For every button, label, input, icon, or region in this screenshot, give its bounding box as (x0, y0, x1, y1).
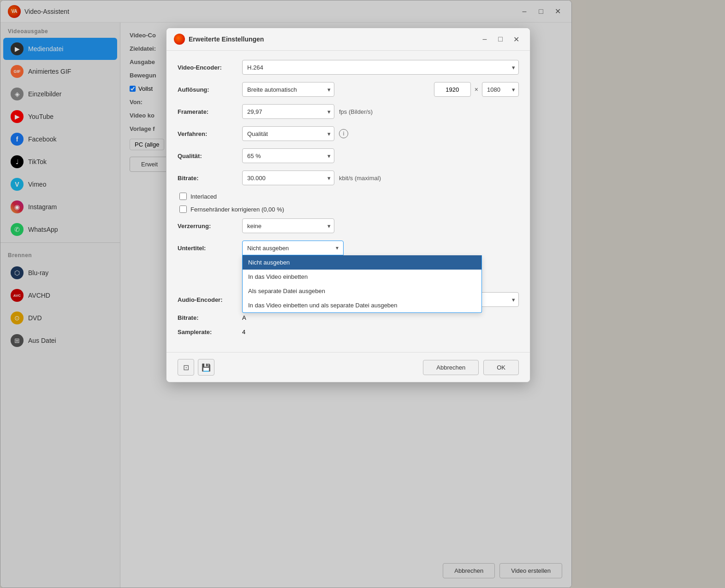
verzerrung-label: Verzerrung: (178, 223, 242, 229)
verzerrung-control: keine (242, 218, 334, 233)
dropdown-arrow-icon: ▾ (336, 245, 339, 251)
verfahren-wrapper: Qualität (242, 126, 334, 141)
dropdown-item-separate-datei[interactable]: Als separate Datei ausgeben (243, 284, 481, 298)
audio-encoder-label: Audio-Encoder: (178, 296, 242, 303)
verfahren-row: Verfahren: Qualität i (178, 126, 519, 141)
fps-label: fps (Bilder/s) (339, 108, 373, 115)
reset-icon: ⊡ (183, 363, 189, 372)
modal-cancel-button[interactable]: Abbrechen (423, 360, 479, 375)
modal-app-icon (174, 34, 185, 45)
dropdown-item-einbetten[interactable]: In das Video einbetten (243, 270, 481, 284)
fernsehraender-checkbox[interactable] (179, 206, 187, 213)
res-x-symbol: × (475, 86, 478, 93)
verfahren-label: Verfahren: (178, 130, 242, 137)
bitrate-label: Bitrate: (178, 175, 242, 182)
untertitel-dropdown-container: Nicht ausgeben ▾ Nicht ausgeben In das V… (242, 241, 344, 255)
modal-maximize-button[interactable]: □ (494, 33, 507, 46)
res-height-select[interactable]: 1080 (482, 82, 519, 97)
dropdown-item-einbetten-und-separate[interactable]: In das Video einbetten und als separate … (243, 298, 481, 312)
framerate-row: Framerate: 29,97 fps (Bilder/s) (178, 104, 519, 119)
footer-left: ⊡ 💾 (178, 359, 214, 376)
framerate-control: 29,97 fps (Bilder/s) (242, 104, 519, 119)
framerate-wrapper: 29,97 (242, 104, 334, 119)
verfahren-select[interactable]: Qualität (242, 126, 334, 141)
audio-bitrate-row: Bitrate: A (178, 314, 519, 321)
verfahren-inner-row: Qualität i (242, 126, 519, 141)
reset-button[interactable]: ⊡ (178, 359, 194, 376)
audio-bitrate-label: Bitrate: (178, 314, 242, 321)
samplerate-row: Samplerate: 4 (178, 329, 519, 335)
save-preset-button[interactable]: 💾 (198, 359, 214, 376)
save-icon: 💾 (202, 363, 211, 372)
fernsehraender-row: Fernsehränder korrigieren (0,00 %) (178, 206, 519, 213)
samplerate-label: Samplerate: (178, 329, 242, 335)
modal-title-bar: Erweiterte Einstellungen – □ ✕ (166, 28, 530, 51)
untertitel-dropdown-trigger[interactable]: Nicht ausgeben ▾ (242, 241, 344, 255)
qualitaet-label: Qualität: (178, 153, 242, 159)
res-width-input[interactable] (434, 82, 471, 97)
untertitel-dropdown-menu: Nicht ausgeben In das Video einbetten Al… (242, 255, 482, 313)
info-icon[interactable]: i (339, 129, 348, 138)
aufloesung-select[interactable]: Breite automatisch (242, 82, 334, 97)
qualitaet-select[interactable]: 65 % (242, 148, 334, 163)
dropdown-item-nicht-ausgeben[interactable]: Nicht ausgeben (243, 255, 481, 270)
bitrate-row: Bitrate: 30.000 kbit/s (maximal) (178, 171, 519, 185)
interlaced-checkbox[interactable] (179, 193, 187, 200)
qualitaet-row: Qualität: 65 % (178, 148, 519, 163)
aufloesung-label: Auflösung: (178, 86, 242, 93)
untertitel-row: Untertitel: Nicht ausgeben ▾ Nicht ausge… (178, 241, 519, 255)
modal-body: Video-Encoder: H.264 Auflösung: Breite a… (166, 51, 530, 352)
bitrate-control: 30.000 kbit/s (maximal) (242, 171, 519, 185)
modal-title: Erweiterte Einstellungen (189, 35, 478, 43)
framerate-select[interactable]: 29,97 (242, 104, 334, 119)
framerate-label: Framerate: (178, 108, 242, 115)
erweiterte-einstellungen-dialog: Erweiterte Einstellungen – □ ✕ Video-Enc… (166, 28, 530, 382)
verzerrung-row: Verzerrung: keine (178, 218, 519, 233)
interlaced-row: Interlaced (178, 193, 519, 200)
res-height-wrapper: 1080 (482, 82, 519, 97)
bitrate-select[interactable]: 30.000 (242, 171, 334, 185)
kbits-label: kbit/s (maximal) (339, 175, 381, 182)
aufloesung-control: Breite automatisch × 1080 (242, 82, 519, 97)
audio-bitrate-value: A (242, 314, 246, 321)
untertitel-selected-value: Nicht ausgeben (247, 245, 289, 252)
modal-minimize-button[interactable]: – (478, 33, 491, 46)
bitrate-inner-row: 30.000 kbit/s (maximal) (242, 171, 519, 185)
fernsehraender-label[interactable]: Fernsehränder korrigieren (0,00 %) (190, 206, 284, 213)
verfahren-control: Qualität i (242, 126, 519, 141)
bitrate-wrapper: 30.000 (242, 171, 334, 185)
untertitel-label: Untertitel: (178, 245, 242, 252)
video-encoder-select[interactable]: H.264 (242, 60, 519, 75)
video-encoder-row: Video-Encoder: H.264 (178, 60, 519, 75)
verzerrung-select[interactable]: keine (242, 218, 334, 233)
video-encoder-control: H.264 (242, 60, 519, 75)
aufloesung-row: Auflösung: Breite automatisch × 1080 (178, 82, 519, 97)
modal-close-button[interactable]: ✕ (510, 33, 523, 46)
modal-title-controls: – □ ✕ (478, 33, 523, 46)
samplerate-value: 4 (242, 329, 245, 335)
footer-right: Abbrechen OK (423, 360, 519, 375)
modal-ok-button[interactable]: OK (483, 360, 519, 375)
resolution-row: Breite automatisch × 1080 (242, 82, 519, 97)
framerate-inner-row: 29,97 fps (Bilder/s) (242, 104, 519, 119)
video-encoder-label: Video-Encoder: (178, 64, 242, 71)
modal-footer: ⊡ 💾 Abbrechen OK (166, 352, 530, 382)
res-auto-wrapper: Breite automatisch (242, 82, 334, 97)
qualitaet-control: 65 % (242, 148, 334, 163)
interlaced-label[interactable]: Interlaced (190, 193, 217, 200)
